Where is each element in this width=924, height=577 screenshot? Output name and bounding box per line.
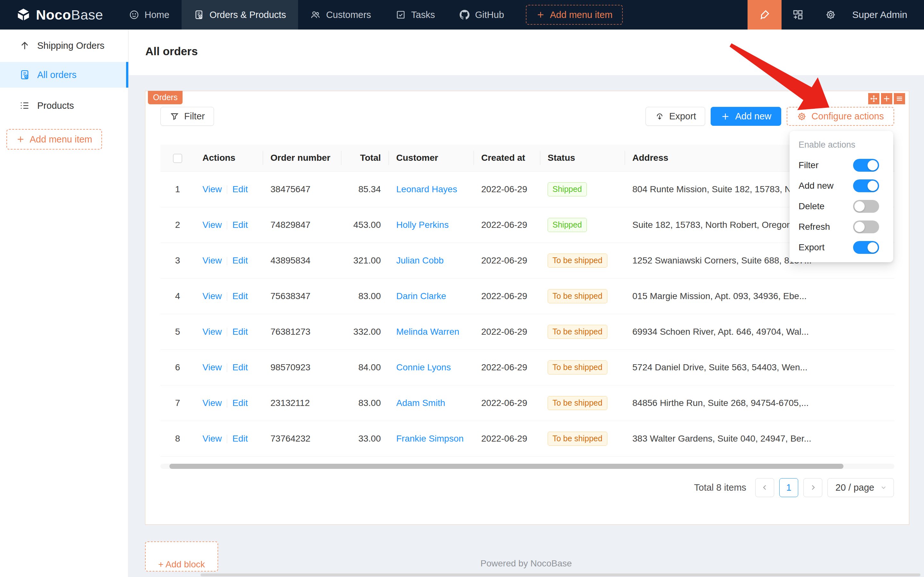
nav-item-github[interactable]: GitHub: [447, 0, 516, 29]
row-index[interactable]: 4: [160, 278, 195, 314]
page-size-select[interactable]: 20 / page: [827, 478, 894, 497]
cell-created-at: 2022-06-29: [473, 278, 540, 314]
table-row: 5 ViewEdit 76381273 332.00 Melinda Warre…: [160, 314, 895, 350]
pagination: Total 8 items 1 20 / page: [694, 478, 894, 497]
row-index[interactable]: 8: [160, 421, 195, 456]
sidebar-item-all-orders[interactable]: All orders: [0, 62, 128, 88]
add-new-toggle[interactable]: [853, 179, 879, 192]
edit-link[interactable]: Edit: [232, 362, 248, 372]
view-link[interactable]: View: [203, 184, 222, 194]
edit-link[interactable]: Edit: [232, 327, 248, 337]
customer-link[interactable]: Adam Smith: [396, 398, 445, 408]
nav-add-menu-item-button[interactable]: Add menu item: [526, 5, 623, 25]
view-link[interactable]: View: [203, 327, 222, 337]
edit-link[interactable]: Edit: [232, 398, 248, 408]
view-link[interactable]: View: [203, 255, 222, 265]
add-block-button[interactable]: + Add block: [145, 542, 218, 572]
view-link[interactable]: View: [203, 398, 222, 408]
gear-icon: [797, 112, 806, 121]
table-horizontal-scrollbar-thumb[interactable]: [169, 464, 844, 469]
cell-total: 332.00: [341, 314, 388, 350]
ui-editor-button[interactable]: [747, 0, 782, 29]
customer-link[interactable]: Frankie Simpson: [396, 434, 464, 443]
export-toggle[interactable]: [853, 241, 879, 254]
edit-link[interactable]: Edit: [232, 291, 248, 301]
cell-created-at: 2022-06-29: [473, 243, 540, 278]
column-header-total[interactable]: Total: [341, 145, 388, 171]
enable-action-delete[interactable]: Delete: [790, 196, 893, 217]
pagination-prev-button[interactable]: [755, 478, 774, 497]
column-header-created-at[interactable]: Created at: [473, 145, 540, 171]
plugin-manager-button[interactable]: [782, 0, 814, 29]
export-button[interactable]: Export: [646, 107, 705, 126]
view-link[interactable]: View: [203, 220, 222, 230]
customer-link[interactable]: Melinda Warren: [396, 327, 459, 337]
view-link[interactable]: View: [203, 362, 222, 372]
edit-link[interactable]: Edit: [232, 434, 248, 443]
filter-button[interactable]: Filter: [160, 107, 214, 126]
drag-handle-icon[interactable]: [868, 93, 879, 104]
sidebar-item-shipping-orders[interactable]: Shipping Orders: [0, 33, 128, 58]
page-horizontal-scrollbar[interactable]: [201, 574, 921, 576]
pagination-page-1[interactable]: 1: [779, 478, 798, 497]
customer-link[interactable]: Connie Lyons: [396, 362, 451, 372]
column-header-status[interactable]: Status: [540, 145, 625, 171]
cube-logo-icon: [16, 7, 31, 22]
customer-link[interactable]: Leonard Hayes: [396, 184, 457, 194]
row-index[interactable]: 2: [160, 207, 195, 243]
toggle-knob: [868, 181, 878, 191]
view-link[interactable]: View: [203, 434, 222, 443]
cell-total: 33.00: [341, 421, 388, 456]
enable-action-add-new[interactable]: Add new: [790, 176, 893, 196]
customer-link[interactable]: Darin Clarke: [396, 291, 446, 301]
sidebar-item-label: All orders: [37, 69, 77, 80]
nav-item-home[interactable]: Home: [117, 0, 182, 29]
row-index[interactable]: 5: [160, 314, 195, 350]
delete-toggle[interactable]: [853, 200, 879, 213]
block-menu-icon[interactable]: [894, 93, 905, 104]
refresh-toggle[interactable]: [853, 221, 879, 233]
row-index[interactable]: 3: [160, 243, 195, 278]
status-badge: Shipped: [548, 182, 587, 197]
user-menu[interactable]: Super Admin: [847, 9, 924, 20]
column-header-customer[interactable]: Customer: [388, 145, 473, 171]
enable-action-filter[interactable]: Filter: [790, 155, 893, 176]
nocobase-logo[interactable]: NocoBase: [0, 7, 117, 23]
table-row: 7 ViewEdit 23132112 83.00 Adam Smith 202…: [160, 385, 895, 421]
row-index[interactable]: 7: [160, 385, 195, 421]
row-index[interactable]: 6: [160, 350, 195, 385]
cell-address: 383 Walter Gardens, Suite 040, 24947, Be…: [625, 421, 895, 456]
edit-link[interactable]: Edit: [232, 220, 248, 230]
arrow-up-icon: [19, 40, 30, 51]
settings-button[interactable]: [814, 0, 847, 29]
customer-link[interactable]: Holly Perkins: [396, 220, 449, 230]
customer-link[interactable]: Julian Cobb: [396, 255, 444, 265]
filter-label: Filter: [184, 111, 205, 122]
add-block-icon[interactable]: [881, 93, 892, 104]
table-row: 2 ViewEdit 74829847 453.00 Holly Perkins…: [160, 207, 895, 243]
add-new-button[interactable]: Add new: [711, 107, 781, 126]
select-all-checkbox[interactable]: [173, 154, 182, 163]
row-index[interactable]: 1: [160, 171, 195, 207]
chevron-right-icon: [809, 484, 817, 491]
nav-item-orders-products[interactable]: Orders & Products: [182, 0, 298, 29]
nav-item-tasks[interactable]: Tasks: [383, 0, 447, 29]
filter-toggle[interactable]: [853, 159, 879, 172]
enable-action-refresh[interactable]: Refresh: [790, 217, 893, 237]
pagination-next-button[interactable]: [803, 478, 822, 497]
configure-actions-button[interactable]: Configure actions: [787, 107, 894, 126]
sidebar-add-menu-item-button[interactable]: Add menu item: [6, 129, 102, 150]
cell-created-at: 2022-06-29: [473, 171, 540, 207]
plus-icon: [16, 135, 25, 144]
edit-link[interactable]: Edit: [232, 255, 248, 265]
edit-link[interactable]: Edit: [232, 184, 248, 194]
enable-action-export[interactable]: Export: [790, 237, 893, 258]
nav-item-customers[interactable]: Customers: [298, 0, 383, 29]
status-badge: To be shipped: [548, 253, 607, 268]
column-header-actions[interactable]: Actions: [195, 145, 263, 171]
view-link[interactable]: View: [203, 291, 222, 301]
table-header-row: Actions Order number Total Customer Crea…: [160, 145, 895, 171]
github-icon: [459, 10, 470, 20]
sidebar-item-products[interactable]: Products: [0, 93, 128, 118]
column-header-order-number[interactable]: Order number: [263, 145, 341, 171]
